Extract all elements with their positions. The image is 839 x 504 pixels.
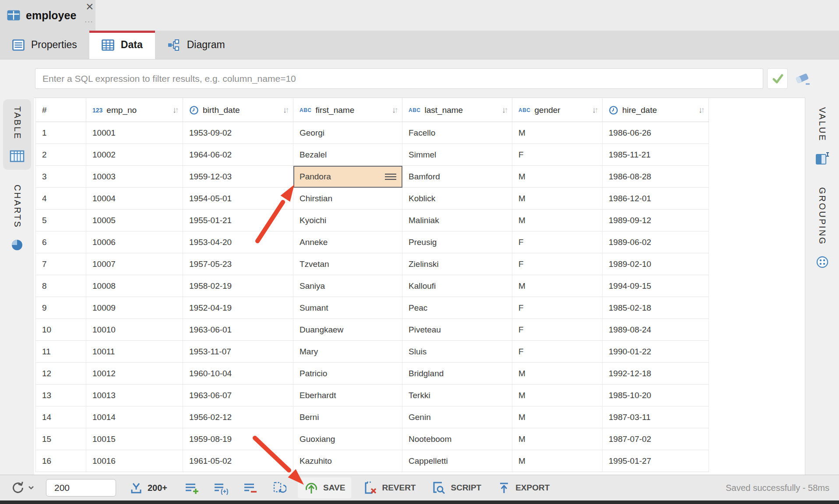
cell-gender[interactable]: F	[512, 231, 603, 253]
column-header-hire_date[interactable]: hire_date↓↑	[603, 98, 709, 122]
cell-birth_date[interactable]: 1959-08-19	[183, 428, 293, 450]
cell-gender[interactable]: M	[512, 450, 603, 472]
cell-last_name[interactable]: Zielinski	[402, 253, 512, 275]
tab-diagram[interactable]: Diagram	[155, 31, 237, 59]
panel-tab-grouping[interactable]: GROUPING	[815, 180, 829, 276]
cell-hire_date[interactable]: 1985-11-21	[603, 144, 709, 166]
cell-emp_no[interactable]: 10006	[86, 231, 183, 253]
row-edit-menu-icon[interactable]	[385, 173, 396, 180]
cell-gender[interactable]: M	[512, 188, 603, 210]
cell-birth_date[interactable]: 1953-11-07	[183, 341, 293, 363]
cell-gender[interactable]: F	[512, 341, 603, 363]
cell-first_name[interactable]: Duangkaew	[293, 319, 402, 341]
cell-birth_date[interactable]: 1958-02-19	[183, 275, 293, 297]
cell-emp_no[interactable]: 10013	[86, 385, 183, 406]
panel-tab-table[interactable]: TABLE	[3, 99, 31, 170]
cell-birth_date[interactable]: 1960-10-04	[183, 363, 293, 385]
cell-first_name[interactable]: Guoxiang	[293, 428, 402, 450]
cell-row_num[interactable]: 15	[35, 428, 86, 450]
cell-emp_no[interactable]: 10007	[86, 253, 183, 275]
tab-properties[interactable]: Properties	[0, 31, 89, 59]
cell-emp_no[interactable]: 10005	[86, 210, 183, 231]
filter-input[interactable]	[35, 68, 763, 89]
cell-birth_date[interactable]: 1964-06-02	[183, 144, 293, 166]
cell-row_num[interactable]: 11	[35, 341, 86, 363]
cell-birth_date[interactable]: 1957-05-23	[183, 253, 293, 275]
cell-hire_date[interactable]: 1985-10-20	[603, 385, 709, 406]
editor-tab-employee[interactable]: employee × ···	[0, 0, 95, 31]
cell-emp_no[interactable]: 10008	[86, 275, 183, 297]
cell-first_name[interactable]: Sumant	[293, 297, 402, 319]
cell-birth_date[interactable]: 1959-12-03	[183, 166, 293, 188]
cell-first_name[interactable]: Pandora	[293, 166, 402, 188]
add-row-icon[interactable]	[185, 481, 200, 495]
refresh-row-icon[interactable]	[272, 481, 286, 495]
cell-row_num[interactable]: 9	[35, 297, 86, 319]
cell-last_name[interactable]: Terkki	[402, 385, 512, 406]
cell-last_name[interactable]: Bridgland	[402, 363, 512, 385]
cell-hire_date[interactable]: 1986-08-28	[603, 166, 709, 188]
cell-row_num[interactable]: 4	[35, 188, 86, 210]
cell-row_num[interactable]: 13	[35, 385, 86, 406]
column-header-first_name[interactable]: ABCfirst_name↓↑	[293, 98, 402, 122]
delete-row-icon[interactable]	[243, 481, 257, 495]
cell-birth_date[interactable]: 1952-04-19	[183, 297, 293, 319]
sort-icon[interactable]: ↓↑	[502, 105, 508, 115]
cell-emp_no[interactable]: 10001	[86, 122, 183, 144]
cell-last_name[interactable]: Nooteboom	[402, 428, 512, 450]
cell-row_num[interactable]: 3	[35, 166, 86, 188]
cell-hire_date[interactable]: 1989-09-12	[603, 210, 709, 231]
column-header-birth_date[interactable]: birth_date↓↑	[183, 98, 293, 122]
cell-emp_no[interactable]: 10004	[86, 188, 183, 210]
sort-icon[interactable]: ↓↑	[698, 105, 705, 115]
close-icon[interactable]: ×	[86, 0, 94, 13]
cell-gender[interactable]: M	[512, 166, 603, 188]
column-header-last_name[interactable]: ABClast_name↓↑	[402, 98, 512, 122]
script-button[interactable]: SCRIPT	[430, 480, 481, 495]
cell-birth_date[interactable]: 1961-05-02	[183, 450, 293, 472]
cell-birth_date[interactable]: 1956-02-12	[183, 406, 293, 428]
cell-last_name[interactable]: Simmel	[402, 144, 512, 166]
column-header-row_num[interactable]: #	[35, 98, 86, 122]
cell-hire_date[interactable]: 1986-12-01	[603, 188, 709, 210]
cell-gender[interactable]: M	[512, 406, 603, 428]
sort-icon[interactable]: ↓↑	[283, 105, 289, 115]
cell-row_num[interactable]: 16	[35, 450, 86, 472]
cell-gender[interactable]: F	[512, 297, 603, 319]
cell-last_name[interactable]: Preusig	[402, 231, 512, 253]
cell-first_name[interactable]: Kyoichi	[293, 210, 402, 231]
cell-last_name[interactable]: Kalloufi	[402, 275, 512, 297]
cell-birth_date[interactable]: 1954-05-01	[183, 188, 293, 210]
cell-last_name[interactable]: Genin	[402, 406, 512, 428]
cell-first_name[interactable]: Mary	[293, 341, 402, 363]
cell-emp_no[interactable]: 10003	[86, 166, 183, 188]
refresh-dropdown-chevron-icon[interactable]	[28, 485, 35, 490]
cell-emp_no[interactable]: 10014	[86, 406, 183, 428]
cell-hire_date[interactable]: 1989-02-10	[603, 253, 709, 275]
cell-first_name[interactable]: Eberhardt	[293, 385, 402, 406]
cell-row_num[interactable]: 8	[35, 275, 86, 297]
cell-hire_date[interactable]: 1990-01-22	[603, 341, 709, 363]
cell-last_name[interactable]: Piveteau	[402, 319, 512, 341]
cell-emp_no[interactable]: 10011	[86, 341, 183, 363]
panel-tab-value[interactable]: VALUE	[815, 100, 830, 172]
cell-row_num[interactable]: 1	[35, 122, 86, 144]
cell-gender[interactable]: F	[512, 319, 603, 341]
cell-gender[interactable]: M	[512, 428, 603, 450]
cell-first_name[interactable]: Bezalel	[293, 144, 402, 166]
refresh-button[interactable]	[11, 480, 25, 495]
cell-gender[interactable]: M	[512, 210, 603, 231]
cell-first_name[interactable]: Anneke	[293, 231, 402, 253]
cell-first_name[interactable]: Georgi	[293, 122, 402, 144]
sort-icon[interactable]: ↓↑	[173, 105, 179, 115]
cell-birth_date[interactable]: 1953-09-02	[183, 122, 293, 144]
cell-first_name[interactable]: Tzvetan	[293, 253, 402, 275]
column-header-gender[interactable]: ABCgender↓↑	[512, 98, 603, 122]
cell-last_name[interactable]: Peac	[402, 297, 512, 319]
clear-filter-icon[interactable]	[793, 71, 812, 87]
cell-hire_date[interactable]: 1987-03-11	[603, 406, 709, 428]
cell-birth_date[interactable]: 1953-04-20	[183, 231, 293, 253]
cell-row_num[interactable]: 10	[35, 319, 86, 341]
cell-row_num[interactable]: 5	[35, 210, 86, 231]
cell-birth_date[interactable]: 1963-06-07	[183, 385, 293, 406]
